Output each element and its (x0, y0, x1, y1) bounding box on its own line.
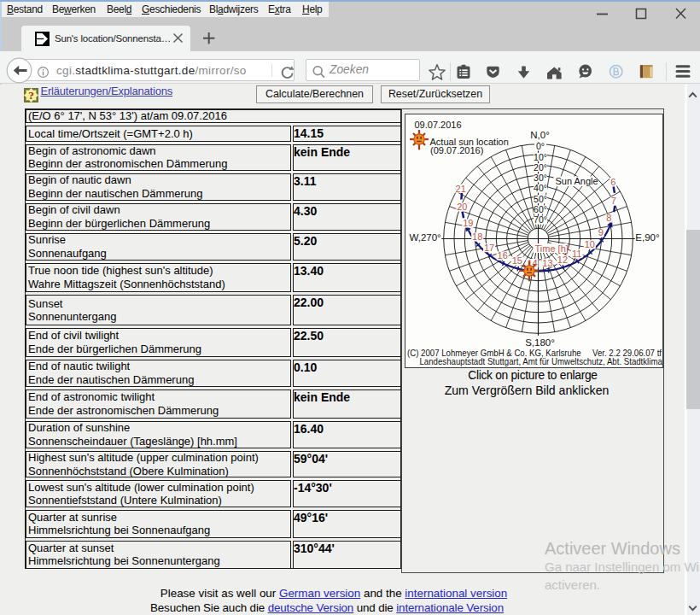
svg-text:?: ? (28, 89, 34, 102)
svg-text:Time [h]: Time [h] (534, 243, 568, 253)
svg-text:11: 11 (571, 248, 580, 258)
svg-text:15: 15 (511, 255, 522, 266)
svg-text:70°: 70° (534, 214, 547, 225)
svg-text:S,180°: S,180° (525, 337, 555, 347)
svg-text:8: 8 (606, 213, 611, 223)
svg-text:13: 13 (542, 257, 552, 267)
svg-text:16: 16 (497, 250, 507, 261)
svg-text:21: 21 (455, 183, 465, 193)
svg-text:10°: 10° (534, 151, 547, 161)
svg-text:50°: 50° (534, 193, 547, 203)
svg-text:60°: 60° (534, 204, 547, 214)
svg-text:0°: 0° (535, 141, 544, 151)
svg-text:19: 19 (463, 218, 473, 228)
svg-text:7: 7 (610, 196, 615, 206)
svg-text:12: 12 (557, 254, 567, 264)
svg-text:17: 17 (483, 243, 493, 253)
svg-text:Landeshauptstadt Stuttgart, Am: Landeshauptstadt Stuttgart, Amt für Umwe… (419, 356, 662, 366)
svg-text:(09.07.2016): (09.07.2016) (430, 145, 483, 155)
svg-text:W,270°: W,270° (409, 232, 440, 243)
svg-text:N,0°: N,0° (530, 129, 550, 139)
svg-text:6: 6 (610, 177, 615, 187)
svg-text:20: 20 (457, 202, 467, 212)
svg-text:20°: 20° (534, 161, 547, 172)
svg-text:Sun Angle: Sun Angle (555, 176, 598, 186)
svg-text:30°: 30° (534, 173, 547, 183)
svg-text:E,90°: E,90° (635, 232, 659, 243)
svg-text:10: 10 (584, 239, 594, 249)
svg-text:40°: 40° (534, 183, 547, 193)
svg-text:9: 9 (598, 227, 603, 237)
svg-text:09.07.2016: 09.07.2016 (414, 120, 461, 130)
svg-text:18: 18 (472, 231, 482, 242)
